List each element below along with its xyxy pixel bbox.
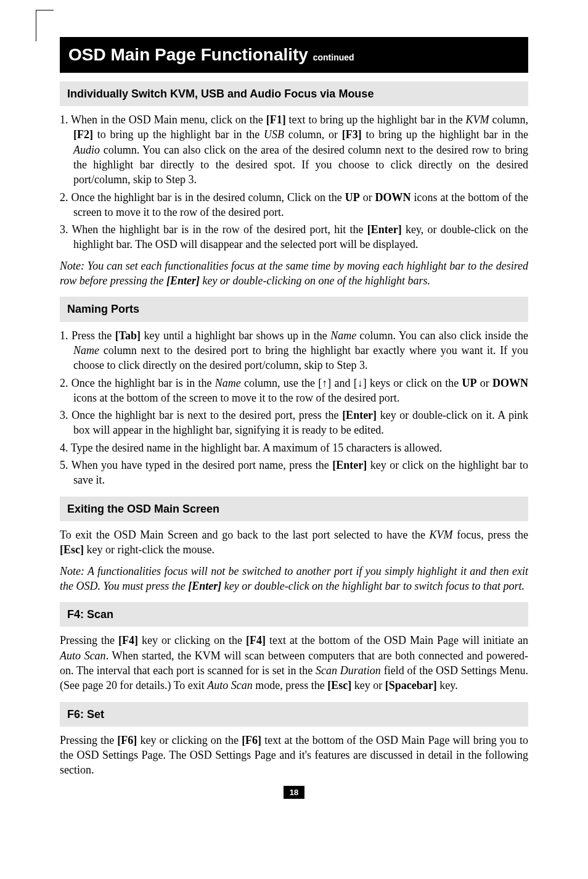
list-item: 1. When in the OSD Main menu, click on t… xyxy=(60,112,528,187)
page-title: OSD Main Page Functionality xyxy=(68,45,308,64)
note-text: Note: A functionalities focus will not b… xyxy=(60,564,528,594)
page-title-bar: OSD Main Page Functionality continued xyxy=(60,37,528,73)
section-heading-1: Individually Switch KVM, USB and Audio F… xyxy=(60,81,528,106)
list-item: 1. Press the [Tab] key until a highlight… xyxy=(60,328,528,373)
list-item: 4. Type the desired name in the highligh… xyxy=(60,440,528,455)
list-item: 2. Once the highlight bar is in the desi… xyxy=(60,190,528,220)
page-number-wrap: 18 xyxy=(60,784,528,799)
list-item: 5. When you have typed in the desired po… xyxy=(60,458,528,488)
paragraph: Pressing the [F6] key or clicking on the… xyxy=(60,733,528,778)
section-heading-4: F4: Scan xyxy=(60,602,528,627)
section-3-body: To exit the OSD Main Screen and go back … xyxy=(60,527,528,593)
document-page: OSD Main Page Functionality continued In… xyxy=(41,37,547,799)
crop-mark xyxy=(36,10,54,41)
paragraph: Pressing the [F4] key or clicking on the… xyxy=(60,633,528,693)
section-2-body: 1. Press the [Tab] key until a highlight… xyxy=(60,328,528,488)
list-item: 2. Once the highlight bar is in the Name… xyxy=(60,376,528,406)
paragraph: To exit the OSD Main Screen and go back … xyxy=(60,527,528,558)
note-text: Note: You can set each functionalities f… xyxy=(60,258,528,289)
list-item: 3. When the highlight bar is in the row … xyxy=(60,222,528,252)
section-heading-3: Exiting the OSD Main Screen xyxy=(60,497,528,521)
section-heading-5: F6: Set xyxy=(60,702,528,727)
page-title-continued: continued xyxy=(313,52,354,62)
section-1-body: 1. When in the OSD Main menu, click on t… xyxy=(60,112,528,288)
section-4-body: Pressing the [F4] key or clicking on the… xyxy=(60,633,528,693)
page-number: 18 xyxy=(284,786,304,799)
list-item: 3. Once the highlight bar is next to the… xyxy=(60,408,528,438)
section-5-body: Pressing the [F6] key or clicking on the… xyxy=(60,733,528,778)
section-heading-2: Naming Ports xyxy=(60,297,528,321)
